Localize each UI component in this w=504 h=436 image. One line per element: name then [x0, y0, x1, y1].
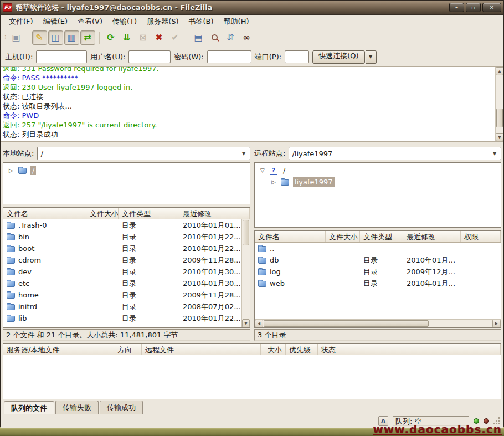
file-row[interactable]: db 目录 2010年01月... — [255, 254, 501, 266]
toggle-directory-view-button[interactable]: ▥ — [64, 30, 79, 45]
maximize-button[interactable]: ▫ — [466, 3, 481, 12]
column-header-modified[interactable]: 最近修改 — [179, 208, 250, 219]
menu-transfer[interactable]: 传输(T) — [107, 16, 142, 28]
reconnect-icon: ✔ — [171, 33, 178, 42]
column-header-filesize[interactable]: 文件大小 — [86, 208, 119, 219]
process-queue-button[interactable]: ⇊ — [120, 30, 135, 45]
disconnect-button[interactable]: ✖ — [152, 30, 167, 45]
remote-site-combobox[interactable]: /liyafe1997 ▼ — [289, 147, 501, 160]
tab-successful-transfers[interactable]: 传输成功 — [100, 401, 143, 414]
directory-comparison-button[interactable] — [207, 30, 222, 45]
file-row[interactable]: cdrom 目录 2009年11月28... — [3, 254, 241, 266]
file-row[interactable]: .Trash-0 目录 2010年01月01... — [3, 219, 241, 231]
file-row[interactable]: initrd 目录 2008年07月02... — [3, 301, 241, 312]
toggle-tree-view-button[interactable]: ◫ — [48, 30, 63, 45]
menu-server[interactable]: 服务器(S) — [142, 16, 183, 28]
port-input[interactable] — [285, 50, 309, 63]
toggle-log-button[interactable]: ✎ — [32, 30, 47, 45]
menu-help[interactable]: 帮助(H) — [219, 16, 254, 28]
scrollbar-thumb[interactable] — [264, 320, 429, 327]
scroll-up-icon[interactable]: ▲ — [496, 67, 503, 75]
refresh-button[interactable]: ⟳ — [104, 30, 119, 45]
minimize-button[interactable]: – — [449, 3, 464, 12]
column-header-modified[interactable]: 最近修改 — [403, 231, 461, 242]
log-line: 状态: 列目录成功 — [3, 130, 495, 139]
file-row[interactable]: etc 目录 2010年01月30... — [3, 278, 241, 289]
folder-icon — [258, 269, 266, 275]
menu-edit[interactable]: 编辑(E) — [38, 16, 73, 28]
scrollbar-thumb[interactable] — [243, 220, 249, 245]
column-header-status[interactable]: 状态 — [318, 344, 501, 355]
password-input[interactable] — [207, 50, 251, 63]
username-input[interactable] — [128, 50, 171, 63]
binoculars-icon: ∞ — [243, 33, 250, 42]
chevron-down-icon[interactable]: ▼ — [488, 151, 501, 156]
file-row[interactable]: .. — [255, 243, 501, 254]
file-row[interactable]: log 目录 2009年12月... — [255, 266, 501, 278]
local-tree-root-row[interactable]: ▷ / — [3, 165, 250, 176]
remote-tree-root-row[interactable]: ▽ ? / — [255, 165, 501, 176]
close-button[interactable]: ✕ — [482, 3, 501, 12]
message-log-panel: 返回: 331 Password required for liyafe1997… — [1, 67, 503, 142]
scroll-down-icon[interactable]: ▼ — [496, 133, 503, 141]
host-input[interactable] — [36, 50, 87, 63]
disconnect-icon: ✖ — [155, 33, 162, 42]
tab-queued-files[interactable]: 队列的文件 — [4, 401, 54, 414]
local-tree-root-label[interactable]: / — [30, 166, 36, 175]
filter-button[interactable]: ▤ — [191, 30, 206, 45]
site-manager-button[interactable]: ▣ — [9, 30, 24, 45]
column-header-filesize[interactable]: 文件大小 — [326, 231, 360, 242]
synchronized-browsing-button[interactable]: ⇵ — [223, 30, 238, 45]
local-site-label: 本地站点: — [3, 148, 34, 158]
expand-arrow-icon[interactable]: ▷ — [271, 179, 277, 185]
collapse-arrow-icon[interactable]: ▽ — [260, 167, 266, 173]
column-header-direction[interactable]: 方向 — [114, 344, 142, 355]
menu-bookmarks[interactable]: 书签(B) — [184, 16, 219, 28]
toggle-queue-button[interactable]: ⇄ — [80, 30, 95, 45]
tab-failed-transfers[interactable]: 传输失败 — [55, 401, 99, 414]
watermark: www.daocaobbs.cn — [373, 423, 502, 436]
column-header-filetype[interactable]: 文件类型 — [119, 208, 179, 219]
filezilla-logo-icon: Fz — [3, 3, 12, 12]
remote-tree-child-row[interactable]: ▷ liyafe1997 — [255, 176, 501, 188]
log-scrollbar[interactable]: ▲ ▼ — [495, 67, 503, 141]
column-header-permissions[interactable]: 权限 — [461, 231, 501, 242]
find-files-button[interactable]: ∞ — [239, 30, 254, 45]
file-row[interactable]: web 目录 2010年01月... — [255, 278, 501, 289]
expand-arrow-icon[interactable]: ▷ — [9, 167, 14, 173]
remote-list-hscrollbar[interactable]: ◀ ▶ — [255, 319, 501, 327]
process-queue-icon: ⇊ — [123, 33, 130, 42]
scrollbar-thumb[interactable] — [496, 109, 503, 127]
remote-tree-child-label[interactable]: liyafe1997 — [293, 177, 335, 187]
menu-view[interactable]: 查看(V) — [73, 16, 107, 28]
file-row[interactable]: dev 目录 2010年01月30... — [3, 266, 241, 278]
file-row[interactable]: home 目录 2009年11月28... — [3, 289, 241, 301]
scroll-right-icon[interactable]: ▶ — [492, 320, 501, 327]
local-site-combobox[interactable]: / ▼ — [37, 147, 250, 160]
file-row[interactable]: lib 目录 2010年01月22... — [3, 312, 241, 324]
column-header-size[interactable]: 大小 — [261, 344, 286, 355]
queue-list-area[interactable] — [3, 355, 501, 399]
local-status-text: 2 个文件 和 21 个目录。大小总共: 11,481,801 字节 — [3, 329, 250, 341]
scroll-down-icon[interactable]: ▼ — [242, 319, 250, 327]
quickconnect-dropdown-button[interactable]: ▼ — [366, 50, 377, 64]
titlebar[interactable]: Fz 稻草软件论坛 - liyafe1997@daocaobbs.cn - Fi… — [1, 1, 503, 15]
column-header-filename[interactable]: 文件名 — [3, 208, 86, 219]
local-list-scrollbar[interactable]: ▼ — [241, 219, 250, 327]
column-header-remote-file[interactable]: 远程文件 — [142, 344, 261, 355]
column-header-filetype[interactable]: 文件类型 — [360, 231, 403, 242]
folder-icon — [7, 258, 15, 264]
file-row[interactable]: boot 目录 2010年01月22... — [3, 243, 241, 254]
menu-file[interactable]: 文件(F) — [4, 16, 38, 28]
column-header-local-file[interactable]: 服务器/本地文件 — [3, 344, 114, 355]
remote-tree-root-label[interactable]: / — [281, 166, 287, 175]
password-label: 密码(W): — [174, 52, 203, 62]
scroll-left-icon[interactable]: ◀ — [255, 320, 263, 327]
file-row[interactable]: bin 目录 2010年01月22... — [3, 231, 241, 243]
chevron-down-icon[interactable]: ▼ — [238, 151, 250, 156]
column-header-priority[interactable]: 优先级 — [286, 344, 318, 355]
column-header-filename[interactable]: 文件名 — [255, 231, 326, 242]
quickconnect-button[interactable]: 快速连接(Q) — [312, 50, 364, 64]
folder-icon — [7, 234, 15, 240]
folder-icon — [281, 179, 289, 186]
